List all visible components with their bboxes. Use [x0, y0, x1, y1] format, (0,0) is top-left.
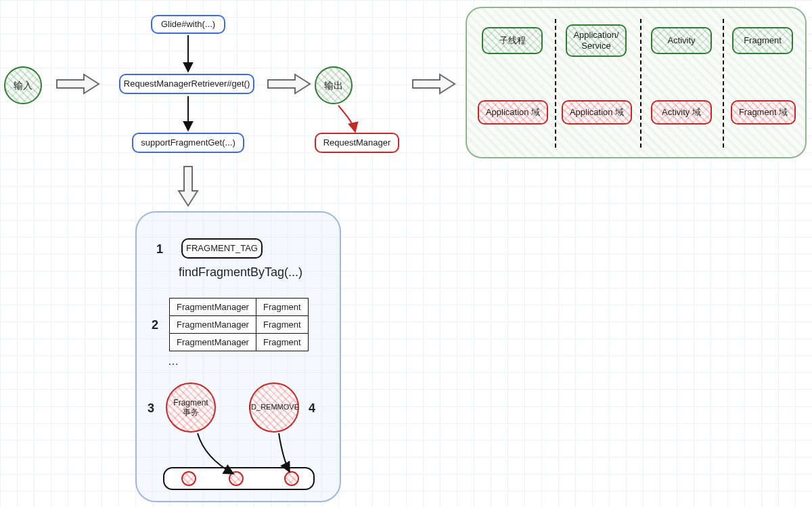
panel-divider-3: [723, 19, 724, 148]
step-3-num: 3: [148, 401, 154, 416]
queue-dot-1: [181, 471, 196, 486]
retriever-get-box: RequestManagerRetriever#get(): [119, 74, 254, 94]
queue-dot-3: [284, 471, 299, 486]
fragment-tag-box: FRAGMENT_TAG: [181, 238, 263, 259]
queue-dot-2: [229, 471, 244, 486]
ctx-fragment: Fragment: [732, 27, 793, 54]
step-4-num: 4: [309, 401, 315, 416]
panel-divider-1: [555, 19, 556, 148]
support-fragment-get-box: supportFragmentGet(...): [132, 133, 244, 153]
scope-app-2: Application 域: [562, 100, 632, 125]
scope-app-1: Application 域: [478, 100, 548, 125]
table-ellipsis: …: [168, 355, 179, 368]
ctx-activity: Activity: [651, 27, 712, 54]
table-row: FragmentManagerFragment: [170, 299, 309, 316]
request-manager-box: RequestManager: [315, 133, 399, 153]
output-circle: 输出: [315, 66, 353, 104]
glide-with-box: Glide#with(...): [151, 15, 225, 34]
scope-fragment: Fragment 域: [731, 100, 796, 125]
table-row: FragmentManagerFragment: [170, 334, 309, 351]
ctx-application-service: Application/ Service: [566, 24, 627, 57]
scope-activity: Activity 域: [651, 100, 712, 125]
panel-divider-2: [640, 19, 641, 148]
id-remove-circle: ID_REMMOVE: [249, 382, 299, 433]
find-fragment-by-tag-label: findFragmentByTag(...): [179, 265, 302, 280]
table-row: FragmentManagerFragment: [170, 316, 309, 334]
step-2-num: 2: [152, 318, 158, 332]
fragment-manager-table: FragmentManagerFragment FragmentManagerF…: [169, 298, 309, 351]
fragment-transaction-circle: Fragment 事务: [166, 382, 216, 433]
input-circle: 输入: [4, 66, 42, 104]
ctx-child-thread: 子线程: [482, 27, 543, 54]
step-1-num: 1: [156, 242, 163, 257]
